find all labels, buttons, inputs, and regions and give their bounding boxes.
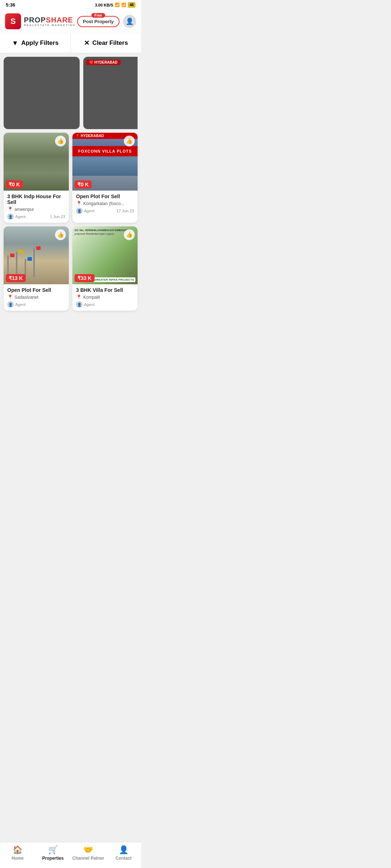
agent-row-1: 👤 Agent xyxy=(7,213,26,220)
property-card-3-body: Open Plot For Sell 📍 Sadasivanet 👤 Agent xyxy=(4,284,69,311)
pin-icon-2: 📍 xyxy=(76,201,82,206)
property-title-2: Open Plot For Sell xyxy=(76,193,134,199)
agent-row-2: 👤 Agent xyxy=(76,208,94,214)
property-meta-4: 👤 Agent xyxy=(76,301,134,308)
heart-pin-icon: ❤️ xyxy=(89,60,93,64)
agent-row-4: 👤 Agent xyxy=(76,301,94,308)
agent-label-2: Agent xyxy=(84,209,94,213)
property-meta-2: 👤 Agent 17 Jun 23 xyxy=(76,208,134,214)
agent-row-3: 👤 Agent xyxy=(7,301,26,308)
property-price-badge-4: ₹33 K xyxy=(75,274,94,282)
property-card-2-body: Open Plot For Sell 📍 Kongarkalan (foxco.… xyxy=(72,191,138,217)
property-meta-3: 👤 Agent xyxy=(7,301,65,308)
logo-name: PROPSHARE xyxy=(24,16,76,24)
header: S PROPSHARE REALESTATE MARKETING Free Po… xyxy=(0,10,141,33)
avatar[interactable]: 👤 xyxy=(123,15,136,28)
post-property-label: Post Property xyxy=(83,19,114,24)
logo-text: PROPSHARE REALESTATE MARKETING xyxy=(24,16,76,27)
free-badge: Free xyxy=(92,13,105,18)
property-loc-3: 📍 Sadasivanet xyxy=(7,294,65,300)
clear-filters-button[interactable]: ✕ Clear Filters xyxy=(71,33,142,53)
logo-area: S PROPSHARE REALESTATE MARKETING xyxy=(5,13,76,29)
featured-card-1: ₹0 K N.A ameenpur ready to move Directio… xyxy=(4,57,80,129)
agent-label-1: Agent xyxy=(15,214,26,219)
filter-bar: ▼ Apply Filters ✕ Clear Filters xyxy=(0,33,141,53)
logo-share: SHARE xyxy=(46,16,73,24)
property-loc-1: 📍 ameenpur xyxy=(7,207,65,212)
date-2: 17 Jun 23 xyxy=(117,209,134,213)
grid-section: 👍 ₹0 K 3 BHK Indp House For Sell 📍 ameen… xyxy=(4,133,138,311)
property-card-2-image-wrap: 📍 HYDERABAD FOXCONN VILLA PLOTS 👍 ₹0 K xyxy=(72,133,138,191)
like-button-1[interactable]: 👍 xyxy=(55,136,66,146)
property-card-1: 👍 ₹0 K 3 BHK Indp House For Sell 📍 ameen… xyxy=(4,133,69,223)
pin-badge-icon: 📍 xyxy=(75,134,80,138)
agent-icon-4: 👤 xyxy=(76,301,83,308)
logo-icon: S xyxy=(5,13,21,29)
greater-infra-badge: GREATER INFRA PROJECTS xyxy=(93,277,135,282)
like-button-4[interactable]: 👍 xyxy=(124,229,135,240)
property-card-1-image-wrap: 👍 ₹0 K xyxy=(4,133,69,191)
property-title-3: Open Plot For Sell xyxy=(7,287,65,293)
logo-sub: REALESTATE MARKETING xyxy=(24,24,76,27)
agent-icon-3: 👤 xyxy=(7,301,14,308)
clear-filters-label: Clear Filters xyxy=(92,39,128,47)
property-card-1-body: 3 BHK Indp House For Sell 📍 ameenpur 👤 A… xyxy=(4,191,69,223)
agent-label-4: Agent xyxy=(84,302,94,307)
network-speed: 3.00 KB/S xyxy=(95,3,113,7)
like-button-3[interactable]: 👍 xyxy=(55,229,66,240)
filter-icon: ▼ xyxy=(12,39,18,47)
property-title-1: 3 BHK Indp House For Sell xyxy=(7,193,65,205)
pin-icon-1: 📍 xyxy=(7,207,13,212)
battery-badge: 48 xyxy=(128,2,135,8)
status-bar: 5:36 3.00 KB/S 📶 📶 48 xyxy=(0,0,141,10)
property-card-3-image-wrap: 👍 ₹13 K xyxy=(4,226,69,284)
property-card-4-body: 3 BHK Villa For Sell 📍 Kompalli 👤 Agent xyxy=(72,284,138,311)
header-right: Free Post Property 👤 xyxy=(77,15,136,28)
foxconn-villa-label: FOXCONN VILLA PLOTS xyxy=(72,146,138,156)
agent-icon-1: 👤 xyxy=(7,213,14,220)
property-price-badge-1: ₹0 K xyxy=(6,180,23,188)
main-content: ₹0 K N.A ameenpur ready to move Directio… xyxy=(0,53,141,347)
apply-filters-label: Apply Filters xyxy=(21,39,59,47)
property-meta-1: 👤 Agent 1 Jun 23 xyxy=(7,213,65,220)
featured-card-2: ❤️ HYDERABAD ₹0K FOXCONN VILLA 200.00 sq… xyxy=(83,57,138,129)
content-area: ₹0 K N.A ameenpur ready to move Directio… xyxy=(0,53,141,314)
property-card-2: 📍 HYDERABAD FOXCONN VILLA PLOTS 👍 ₹0 K O… xyxy=(72,133,138,223)
property-loc-4: 📍 Kompalli xyxy=(76,294,134,300)
featured-section: ₹0 K N.A ameenpur ready to move Directio… xyxy=(4,57,138,129)
property-card-4: DC No. 005084/LO/HMDA/1073/MED/2023 prop… xyxy=(72,226,138,311)
post-property-button[interactable]: Free Post Property xyxy=(77,16,119,27)
signal-icon: 📶 xyxy=(121,3,126,7)
property-price-badge-2: ₹0 K xyxy=(75,180,92,188)
hyd-badge-label: HYDERABAD xyxy=(94,60,118,64)
property-card-4-image-wrap: DC No. 005084/LO/HMDA/1073/MED/2023 prop… xyxy=(72,226,138,284)
hyd-badge-text: HYDERABAD xyxy=(81,134,104,138)
foxconn-train-image xyxy=(72,158,138,176)
pin-icon-4: 📍 xyxy=(76,294,82,300)
time: 5:36 xyxy=(6,2,15,8)
agent-label-3: Agent xyxy=(15,302,26,307)
date-1: 1 Jun 23 xyxy=(50,214,65,219)
avatar-icon: 👤 xyxy=(126,17,134,25)
property-title-4: 3 BHK Villa For Sell xyxy=(76,287,134,293)
hyderabad-badge-featured: ❤️ HYDERABAD xyxy=(86,60,121,65)
apply-filters-button[interactable]: ▼ Apply Filters xyxy=(0,33,71,53)
status-icons: 3.00 KB/S 📶 📶 48 xyxy=(95,2,135,8)
property-loc-2: 📍 Kongarkalan (foxco... xyxy=(76,201,134,206)
like-button-2[interactable]: 👍 xyxy=(124,136,135,146)
pin-icon-3: 📍 xyxy=(7,294,13,300)
wifi-icon: 📶 xyxy=(115,3,120,7)
property-card-3: 👍 ₹13 K Open Plot For Sell 📍 Sadasivanet… xyxy=(4,226,69,311)
clear-filter-icon: ✕ xyxy=(84,39,89,47)
logo-prop: PROP xyxy=(24,16,46,24)
agent-icon-2: 👤 xyxy=(76,208,83,214)
property-price-badge-3: ₹13 K xyxy=(6,274,26,282)
